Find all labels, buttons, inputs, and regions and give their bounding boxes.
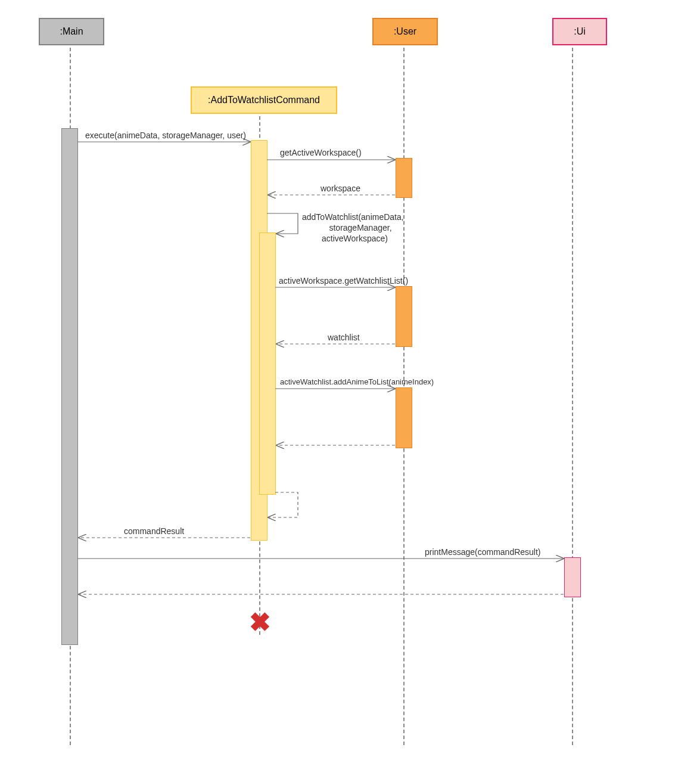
msg-watchlist: watchlist — [328, 333, 360, 342]
lifeline-ui — [572, 48, 573, 745]
msg-getwatchlistlist: activeWorkspace.getWatchlistList() — [279, 276, 408, 286]
activation-ui — [564, 557, 581, 597]
participant-user: :User — [372, 18, 438, 45]
msg-getactiveworkspace: getActiveWorkspace() — [280, 148, 362, 157]
participant-ui: :Ui — [552, 18, 607, 45]
activation-user-3 — [396, 387, 412, 448]
msg-addtowatchlist-3: activeWorkspace) — [322, 234, 388, 243]
msg-workspace: workspace — [321, 184, 360, 193]
participant-main: :Main — [39, 18, 104, 45]
activation-main — [61, 128, 78, 645]
msg-printmessage: printMessage(commandResult) — [425, 547, 541, 557]
activation-user-2 — [396, 286, 412, 347]
msg-addtowatchlist-2: storageManager, — [325, 223, 396, 232]
msg-commandresult: commandResult — [124, 526, 184, 536]
destroy-icon: ✖ — [249, 609, 271, 635]
msg-execute: execute(animeData, storageManager, user) — [85, 131, 246, 140]
msg-addtowatchlist-1: addToWatchlist(animeData, — [302, 212, 404, 222]
msg-addanimetolist: activeWatchlist.addAnimeToList(animeInde… — [280, 377, 434, 386]
activation-cmd-nested — [259, 232, 276, 495]
activation-user-1 — [396, 158, 412, 198]
participant-cmd: :AddToWatchlistCommand — [191, 86, 337, 114]
sequence-diagram: :Main :AddToWatchlistCommand :User :Ui — [12, 12, 688, 751]
